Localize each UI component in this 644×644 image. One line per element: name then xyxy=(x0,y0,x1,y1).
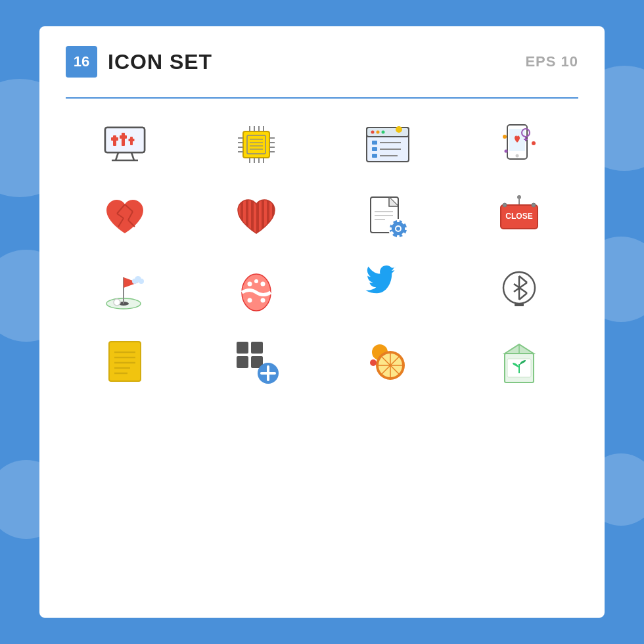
eps-label: EPS 10 xyxy=(525,53,578,70)
svg-point-51 xyxy=(503,135,507,139)
svg-point-38 xyxy=(396,126,402,133)
add-grid-cell xyxy=(197,335,315,388)
svg-rect-41 xyxy=(372,147,377,151)
svg-point-35 xyxy=(371,131,375,134)
svg-point-88 xyxy=(532,203,536,207)
golf-cell xyxy=(66,263,184,315)
close-sign-icon: CLOSE xyxy=(493,191,545,243)
broken-heart-icon xyxy=(99,191,151,243)
svg-point-52 xyxy=(532,141,536,145)
svg-point-95 xyxy=(139,279,144,284)
svg-point-102 xyxy=(261,298,265,303)
svg-point-87 xyxy=(503,203,507,207)
milk-carton-icon xyxy=(493,335,545,388)
badge-number: 16 xyxy=(66,46,97,78)
striped-heart-cell xyxy=(197,191,315,243)
svg-rect-119 xyxy=(237,356,248,368)
svg-point-131 xyxy=(370,359,377,366)
svg-rect-76 xyxy=(388,227,392,230)
golf-icon xyxy=(99,263,151,315)
phone-feminist-icon xyxy=(493,118,545,171)
svg-rect-8 xyxy=(120,135,127,139)
svg-point-73 xyxy=(396,227,400,231)
page-title: ICON SET xyxy=(108,50,212,74)
svg-rect-43 xyxy=(372,154,377,158)
svg-point-36 xyxy=(377,131,380,134)
svg-point-47 xyxy=(516,154,519,158)
broken-heart-cell xyxy=(66,191,184,243)
svg-point-92 xyxy=(114,299,120,306)
svg-point-100 xyxy=(254,279,258,283)
easter-egg-cell xyxy=(197,263,315,315)
browser-list-cell xyxy=(329,118,447,171)
svg-rect-39 xyxy=(372,141,377,145)
phone-feminist-cell xyxy=(460,118,578,171)
browser-list-icon xyxy=(361,118,414,171)
main-card: 16 ICON SET EPS 10 xyxy=(39,26,605,618)
settings-file-icon xyxy=(361,191,414,243)
svg-rect-75 xyxy=(397,235,400,239)
computer-church-cell xyxy=(66,118,184,171)
close-sign-cell: CLOSE xyxy=(460,191,578,243)
svg-rect-117 xyxy=(237,342,248,354)
add-grid-icon xyxy=(230,335,283,388)
header: 16 ICON SET EPS 10 xyxy=(66,46,578,78)
svg-line-105 xyxy=(519,276,527,283)
cpu-chip-cell xyxy=(197,118,315,171)
svg-line-3 xyxy=(131,152,134,160)
striped-heart-icon xyxy=(230,191,283,243)
computer-church-icon xyxy=(99,118,151,171)
icon-grid: CLOSE xyxy=(66,118,578,388)
settings-file-cell xyxy=(329,191,447,243)
document-list-cell xyxy=(66,335,184,388)
svg-rect-118 xyxy=(251,342,263,354)
svg-rect-74 xyxy=(397,219,400,222)
svg-point-53 xyxy=(505,150,508,153)
easter-egg-icon xyxy=(230,263,283,315)
svg-line-107 xyxy=(519,293,527,300)
svg-line-106 xyxy=(514,283,527,292)
svg-point-99 xyxy=(261,282,265,287)
svg-rect-111 xyxy=(109,342,141,381)
cpu-chip-icon xyxy=(230,118,283,171)
twitter-bird-cell xyxy=(329,263,447,315)
twitter-bird-icon xyxy=(361,263,414,315)
bluetooth-cell xyxy=(460,263,578,315)
svg-line-108 xyxy=(514,284,527,293)
svg-point-37 xyxy=(382,131,385,134)
svg-text:CLOSE: CLOSE xyxy=(505,212,532,221)
bluetooth-icon xyxy=(493,263,545,315)
svg-rect-6 xyxy=(111,137,118,141)
svg-rect-7 xyxy=(122,133,125,146)
svg-rect-10 xyxy=(129,139,135,141)
citrus-fruit-cell xyxy=(329,335,447,388)
svg-line-2 xyxy=(116,152,118,160)
svg-point-82 xyxy=(517,195,521,199)
citrus-fruit-icon xyxy=(361,335,414,388)
svg-rect-77 xyxy=(405,227,408,230)
milk-carton-cell xyxy=(460,335,578,388)
svg-point-98 xyxy=(248,282,252,287)
svg-point-101 xyxy=(248,298,252,303)
header-divider xyxy=(66,97,578,99)
document-list-icon xyxy=(99,335,151,388)
